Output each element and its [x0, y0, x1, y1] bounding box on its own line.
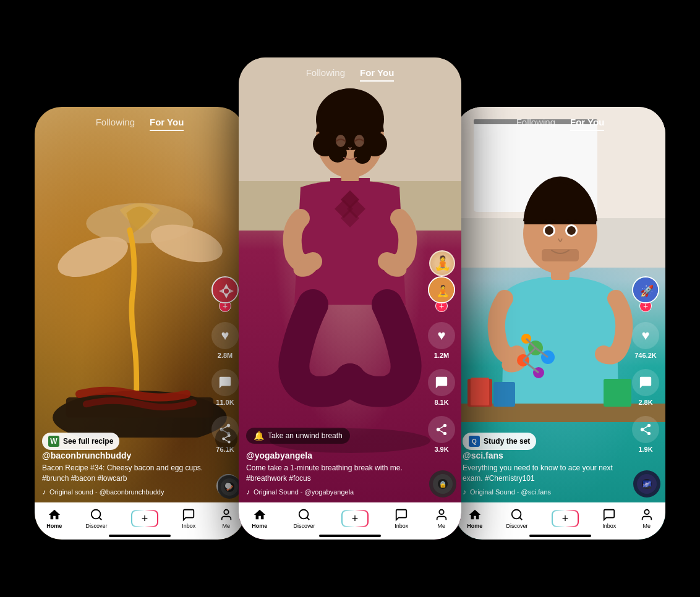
nav-home-right[interactable]: Home [467, 508, 482, 529]
nav-inbox-right[interactable]: Inbox [602, 508, 616, 529]
sound-text-right: Original Sound - @sci.fans [470, 488, 551, 496]
svg-point-14 [224, 510, 228, 514]
svg-text:🔒: 🔒 [439, 480, 447, 488]
nav-me-label-center: Me [437, 523, 445, 529]
recipe-badge[interactable]: W See full recipe [42, 433, 119, 450]
avatar-center[interactable]: 🧘 [428, 276, 455, 303]
svg-rect-63 [471, 378, 489, 405]
study-badge-text: Study the set [484, 437, 530, 446]
like-button-left[interactable]: ♥ [211, 322, 239, 349]
svg-point-74 [644, 510, 649, 514]
tab-foryou-right[interactable]: For You [570, 117, 604, 131]
action-buttons-right: 🚀 + ♥ 746.2K [632, 276, 659, 453]
nav-me-center[interactable]: Me [435, 508, 448, 529]
nav-tabs-right: Following For You [455, 117, 665, 131]
svg-point-9 [221, 478, 238, 496]
svg-text:🌌: 🌌 [642, 480, 652, 489]
comment-count-left: 11.0K [216, 399, 234, 406]
like-count-right: 746.2K [634, 352, 656, 359]
add-button-center[interactable]: + [341, 510, 369, 527]
svg-rect-27 [359, 178, 370, 203]
like-count-center: 1.2M [434, 352, 449, 359]
share-group-right: 1.9K [632, 416, 659, 453]
tab-foryou-left[interactable]: For You [150, 117, 184, 131]
avatar-group-left: + [211, 276, 239, 312]
nav-inbox-left[interactable]: Inbox [182, 508, 195, 529]
study-badge[interactable]: Q Study the set [463, 433, 536, 450]
tab-following-center[interactable]: Following [306, 67, 345, 82]
avatar-group-center: 🧘 + [428, 276, 455, 312]
comment-count-center: 8.1K [434, 399, 448, 406]
disc-right: 🌌 [633, 470, 660, 498]
svg-point-48 [545, 226, 553, 235]
phone-center: Following For You 🧘 🧘 + [239, 57, 461, 540]
svg-rect-46 [542, 249, 579, 261]
like-button-center[interactable]: ♥ [428, 322, 455, 349]
username-center: @yogabyangela [246, 451, 424, 460]
nav-me-left[interactable]: Me [220, 508, 233, 529]
bottom-info-center: @yogabyangela Come take a 1-minute breat… [246, 451, 424, 496]
nav-me-right[interactable]: Me [640, 508, 654, 529]
disc-left: 🥓 [216, 474, 240, 498]
nav-add-right[interactable]: + [552, 510, 579, 527]
nav-discover-label-left: Discover [86, 523, 108, 529]
nav-discover-center[interactable]: Discover [294, 508, 315, 529]
tab-foryou-center[interactable]: For You [360, 67, 394, 82]
nav-add-center[interactable]: + [341, 510, 369, 527]
recipe-badge-text: See full recipe [63, 437, 113, 446]
comment-button-center[interactable] [428, 369, 455, 396]
breathing-icon: 🔔 [254, 431, 264, 441]
share-count-center: 3.9K [434, 446, 448, 453]
comment-group-right: 2.8K [632, 369, 659, 406]
comment-button-left[interactable] [211, 369, 239, 396]
bottom-nav-right: Home Discover + Inbox Me [455, 502, 665, 540]
share-count-right: 1.9K [638, 446, 652, 453]
action-buttons-center: 🧘 + ♥ 1.2M [428, 276, 455, 453]
nav-discover-left[interactable]: Discover [86, 508, 108, 529]
breathing-badge[interactable]: 🔔 Take an unwind breath [246, 428, 350, 444]
music-icon-left: ♪ [42, 488, 46, 496]
nav-inbox-center[interactable]: Inbox [395, 508, 408, 529]
add-icon-center: + [352, 512, 359, 525]
share-icon-left[interactable] [215, 428, 237, 450]
yoga-sticker: 🧘 [429, 250, 455, 276]
nav-home-center[interactable]: Home [252, 508, 267, 529]
comment-button-right[interactable] [632, 369, 659, 396]
comment-count-right: 2.8K [638, 399, 652, 406]
description-center: Come take a 1-minute breathing break wit… [246, 463, 424, 484]
bottom-info-right: @sci.fans Everything you need to know to… [463, 451, 628, 496]
phone-left: Following For You + [35, 107, 245, 540]
tab-following-left[interactable]: Following [96, 117, 135, 131]
svg-text:🧘: 🧘 [436, 284, 450, 298]
avatar-left[interactable] [211, 276, 239, 303]
nav-home-label-center: Home [252, 523, 267, 529]
svg-point-21 [328, 144, 347, 163]
svg-point-22 [354, 146, 371, 164]
avatar-right[interactable]: 🚀 [632, 276, 659, 303]
add-icon-left: + [142, 512, 148, 525]
nav-home-left[interactable]: Home [46, 508, 62, 529]
nav-add-left[interactable]: + [131, 510, 158, 527]
bottom-info-left: @baconbrunchbuddy Bacon Recipe #34: Chee… [42, 451, 208, 496]
svg-point-7 [224, 289, 229, 294]
svg-rect-64 [493, 382, 515, 407]
nav-discover-label-right: Discover [506, 523, 528, 529]
comment-group-left: 11.0K [211, 369, 239, 406]
nav-inbox-label-left: Inbox [182, 523, 195, 529]
music-icon-right: ♪ [463, 488, 466, 496]
like-button-right[interactable]: ♥ [632, 322, 659, 349]
like-count-left: 2.8M [218, 352, 233, 359]
nav-discover-label-center: Discover [294, 523, 315, 529]
add-button-left[interactable]: + [131, 510, 158, 527]
tab-following-right[interactable]: Following [516, 117, 555, 131]
nav-tabs-center: Following For You [239, 67, 461, 82]
share-row-left [215, 428, 237, 450]
nav-discover-right[interactable]: Discover [506, 508, 528, 529]
nav-tabs-left: Following For You [35, 117, 245, 131]
add-button-right[interactable]: + [552, 510, 579, 527]
share-button-center[interactable] [428, 416, 455, 443]
nav-me-label-left: Me [222, 523, 230, 529]
svg-rect-26 [330, 178, 341, 203]
share-button-right[interactable] [632, 416, 659, 443]
phone-right: Following For You 🚀 + ♥ [455, 107, 665, 540]
